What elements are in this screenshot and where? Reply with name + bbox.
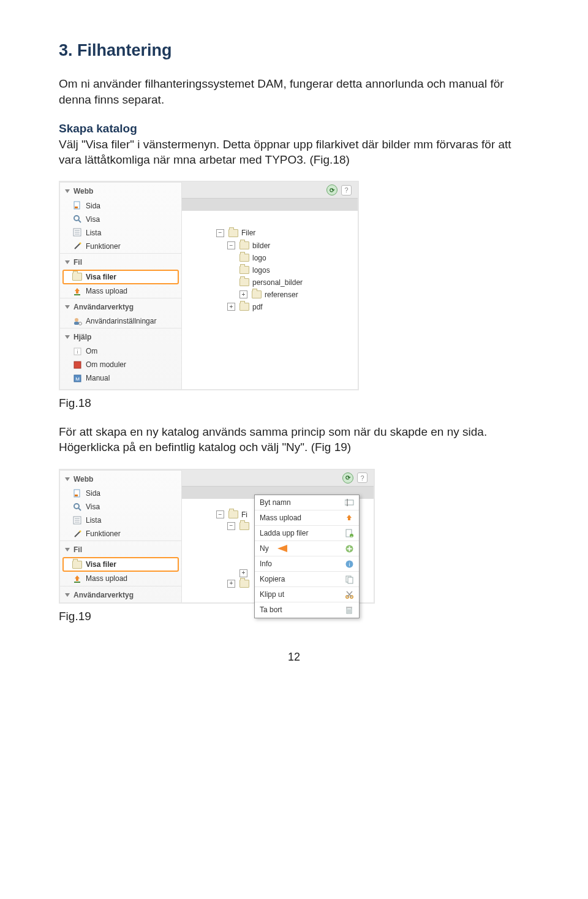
ctx-ny[interactable]: Ny [255,541,359,556]
module-fil[interactable]: Fil [60,253,181,270]
help-icon[interactable]: ? [341,185,352,195]
menu-visa[interactable]: Visa [60,213,181,226]
tree-filer[interactable]: −Filer [216,227,358,239]
menu-mass-upload[interactable]: Mass upload [60,572,181,585]
collapse-icon [65,335,70,339]
svg-rect-12 [74,322,79,325]
module-hjalp[interactable]: Hjälp [60,328,181,344]
menu-lista[interactable]: Lista [60,226,181,240]
collapse-minus-icon[interactable]: − [216,510,224,518]
folder-icon [239,278,249,286]
menu-mass-upload[interactable]: Mass upload [60,284,181,298]
module-anv-verktyg[interactable]: Användarverktyg [60,586,181,602]
svg-line-8 [75,243,80,249]
menu-anv-installningar[interactable]: Användarinställningar [60,314,181,328]
svg-line-22 [78,508,81,510]
menu-sida[interactable]: Sida [60,199,181,213]
module-webb[interactable]: Webb [60,182,181,199]
collapse-minus-icon[interactable]: − [227,241,235,249]
menu-manual[interactable]: MManual [60,371,181,385]
svg-text:i: i [77,349,78,355]
tree-pdf[interactable]: +pdf [216,301,358,313]
page-icon [72,488,82,498]
search-icon [72,214,82,224]
svg-point-13 [78,322,81,325]
ctx-klipp-ut[interactable]: Klipp ut [255,587,359,602]
intro-paragraph: Om ni använder filhanteringssystemet DAM… [59,76,529,107]
collapse-icon [65,593,70,597]
expand-plus-icon[interactable]: + [227,303,235,311]
svg-rect-29 [74,582,80,583]
mid-paragraph: För att skapa en ny katalog används samm… [59,424,529,455]
upload-icon [72,286,82,296]
svg-rect-50 [346,607,352,608]
subheading-text: Välj "Visa filer" i vänstermenyn. Detta … [59,138,511,166]
ctx-ladda-upp-filer[interactable]: Ladda upp filer+ [255,526,359,541]
svg-rect-44 [348,577,353,583]
content-topbar: ⟳ ? [182,182,358,198]
page-icon [72,201,82,211]
collapse-minus-icon[interactable]: − [216,229,224,237]
collapse-icon [65,189,70,193]
copy-icon [344,574,354,584]
expand-plus-icon[interactable]: + [239,569,247,577]
svg-text:+: + [350,534,353,537]
menu-lista[interactable]: Lista [60,514,181,527]
typo3-left-nav: Webb Sida Visa Lista Funktioner Fil Visa… [60,470,182,602]
page-number: 12 [59,650,529,664]
refresh-icon[interactable]: ⟳ [342,472,353,484]
ctx-mass-upload[interactable]: Mass upload [255,510,359,526]
list-icon [72,228,82,238]
svg-line-27 [75,531,80,537]
menu-om[interactable]: iOm [60,344,181,358]
list-icon [72,515,82,525]
menu-visa-filer[interactable]: Visa filer [62,270,179,284]
help-icon[interactable]: ? [357,472,368,483]
module-anv-verktyg[interactable]: Användarverktyg [60,298,181,314]
trash-icon [344,605,354,615]
ctx-info[interactable]: Infoi [255,556,359,572]
section-heading: 3. Filhantering [59,39,529,61]
screenshot-fig18: Webb Sida Visa Lista Funktioner Fil Visa… [59,181,359,390]
module-fil[interactable]: Fil [60,541,181,557]
subheading-block: Skapa katalog Välj "Visa filer" i vänste… [59,121,529,167]
tree-logo[interactable]: logo [216,252,358,264]
cut-icon [344,590,354,599]
svg-point-28 [79,530,81,532]
tree-referenser[interactable]: +referenser [216,289,358,301]
menu-om-moduler[interactable]: Om moduler [60,358,181,371]
svg-point-11 [75,318,78,322]
context-menu: Byt namn Mass upload Ladda upp filer+ Ny… [254,495,360,618]
menu-visa[interactable]: Visa [60,500,181,514]
menu-funktioner[interactable]: Funktioner [60,240,181,253]
content-topbar: ⟳ ? [182,470,374,486]
ctx-kopiera[interactable]: Kopiera [255,572,359,587]
tree-personal-bilder[interactable]: personal_bilder [216,276,358,289]
tree-logos[interactable]: logos [216,264,358,276]
folder-icon [72,560,82,569]
refresh-icon[interactable]: ⟳ [326,184,337,195]
folder-icon [228,229,238,237]
folder-icon [228,510,238,518]
search-icon [72,502,82,512]
menu-visa-filer[interactable]: Visa filer [62,557,179,572]
menu-sida[interactable]: Sida [60,487,181,500]
folder-icon [239,241,249,249]
folder-icon [72,272,82,282]
ctx-byt-namn[interactable]: Byt namn [255,495,359,510]
collapse-icon [65,477,70,481]
folder-icon [239,254,249,262]
module-webb[interactable]: Webb [60,470,181,487]
modules-icon [72,360,82,370]
expand-plus-icon[interactable]: + [239,290,247,298]
rename-icon [344,498,354,507]
wand-icon [72,529,82,539]
folder-icon [239,303,249,311]
menu-funktioner[interactable]: Funktioner [60,527,181,541]
ctx-ta-bort[interactable]: Ta bort [255,602,359,617]
folder-icon [252,290,262,298]
expand-plus-icon[interactable]: + [227,580,235,588]
collapse-minus-icon[interactable]: − [227,522,235,530]
tree-bilder[interactable]: −bilder [216,240,358,252]
svg-point-21 [74,504,79,509]
